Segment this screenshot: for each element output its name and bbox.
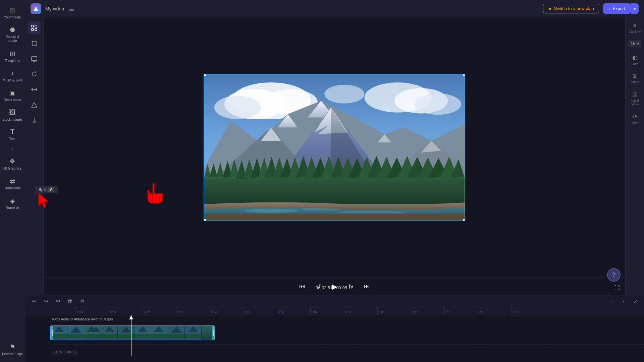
timeline-area: ↩ ↪ ✂ 🗑 ⧉ − + ⤢ Split S	[25, 295, 644, 362]
tool-panel	[25, 17, 44, 295]
export-dropdown-button[interactable]: ▾	[631, 3, 639, 14]
sidebar-item-graphics[interactable]: ❖ 88 Graphics	[0, 154, 25, 174]
handle-top-right[interactable]	[463, 74, 465, 76]
ruler-mark-8: 0:08	[344, 307, 377, 315]
svg-rect-87	[101, 338, 118, 340]
aspect-ratio-badge[interactable]: 16:9	[629, 40, 641, 47]
clip-thumb-6	[151, 325, 168, 340]
timeline-content: 0:00 0:01 0:02 0:03 0:04 0:05 0:06 0:07 …	[25, 307, 644, 362]
video-track-label: 60fps Aerial of Athabasca River in Jaspe…	[52, 317, 113, 321]
fade-tool[interactable]: ◐ Fade	[626, 51, 644, 68]
go-to-start-button[interactable]: ⏮	[297, 281, 308, 292]
ruler-mark-13: 0:13	[512, 307, 545, 315]
feature-flags-icon: ⚑	[9, 343, 15, 351]
filters-icon: ⧖	[633, 72, 637, 79]
sidebar-item-stock-images[interactable]: 🖼 Stock images	[0, 105, 25, 125]
go-to-end-button[interactable]: ⏭	[361, 281, 372, 292]
svg-rect-106	[185, 334, 202, 338]
help-button[interactable]: ?	[607, 268, 621, 282]
clip-thumb-5	[135, 325, 151, 340]
sidebar-item-stock-video[interactable]: ▣ Stock video	[0, 85, 25, 105]
sidebar-item-music-sfx[interactable]: ♪ Music & SFX	[0, 66, 25, 85]
ruler-mark-1: 0:01	[109, 307, 143, 315]
svg-rect-125	[77, 353, 78, 354]
svg-rect-109	[50, 353, 51, 354]
sidebar-item-your-media[interactable]: ▤ Your media	[0, 3, 25, 22]
fullscreen-button[interactable]: ⛶	[614, 285, 620, 291]
fit-tool-button[interactable]	[28, 21, 41, 34]
dashed-track-line	[50, 344, 644, 345]
crop-tool-button[interactable]	[28, 37, 41, 50]
redo-button[interactable]: ↪	[41, 297, 51, 306]
preview-area: ⏮ ↺ ▶ ↻ ⏭ 00:02.51 / 00:05.17 ⛶	[44, 17, 625, 295]
arrow-down-tool-button[interactable]	[28, 114, 41, 127]
copy-button[interactable]: ⧉	[77, 297, 87, 306]
switch-to-plan-button[interactable]: ★ Switch to a new plan	[543, 4, 599, 13]
sidebar-item-feature-flags[interactable]: ⚑ Feature Flags	[0, 340, 25, 359]
playback-controls: ⏮ ↺ ▶ ↻ ⏭ 00:02.51 / 00:05.17 ⛶	[44, 278, 625, 295]
export-button[interactable]: ↑ Export	[603, 3, 631, 14]
captions-tool[interactable]: ≡ Captions	[626, 20, 644, 36]
sidebar-item-brand-kit[interactable]: ◈ Brand kit	[0, 193, 25, 213]
collapse-right-button[interactable]: ‹	[632, 283, 638, 292]
svg-rect-86	[101, 334, 118, 338]
adjust-colors-tool[interactable]: ◎ Adjustcolors	[626, 88, 644, 109]
screen-tool-button[interactable]	[28, 52, 41, 65]
graphics-icon: ❖	[9, 157, 15, 165]
split-shortcut-badge: S	[48, 187, 54, 192]
clip-handle-left[interactable]	[51, 326, 53, 340]
timeline-tracks: 60fps Aerial of Athabasca River in Jaspe…	[25, 315, 644, 356]
speed-tool[interactable]: ⟳ Speed	[626, 110, 644, 127]
clip-thumb-4	[118, 325, 135, 340]
svg-rect-113	[57, 353, 58, 354]
upload-icon: ↑	[608, 6, 611, 11]
speed-icon: ⟳	[632, 113, 637, 120]
sidebar-item-transitions[interactable]: ⇄ Transitions	[0, 174, 25, 193]
ruler-mark-6: 0:06	[277, 307, 310, 315]
brand-kit-icon: ◈	[10, 197, 15, 205]
timeline-toolbar: ↩ ↪ ✂ 🗑 ⧉ − + ⤢	[25, 295, 644, 307]
svg-rect-82	[84, 334, 101, 338]
video-preview[interactable]	[204, 74, 465, 221]
zoom-out-button[interactable]: −	[606, 297, 616, 306]
undo-button[interactable]: ↩	[29, 297, 39, 306]
svg-rect-66	[204, 214, 465, 221]
clip-thumb-1	[67, 325, 84, 340]
clip-thumb-7	[168, 325, 185, 340]
svg-marker-10	[32, 103, 37, 107]
video-frame	[204, 74, 465, 221]
sidebar-collapse-btn[interactable]: ›	[0, 144, 25, 154]
svg-rect-122	[72, 353, 73, 354]
sidebar-item-record-create[interactable]: ⏺ Record &create	[0, 22, 25, 46]
handle-top-left[interactable]	[204, 74, 206, 76]
delete-button[interactable]: 🗑	[65, 297, 75, 306]
video-title: My video	[45, 6, 64, 11]
clip-thumb-8	[185, 325, 202, 340]
ruler-mark-7: 0:07	[310, 307, 344, 315]
zoom-in-button[interactable]: +	[619, 297, 628, 306]
zoom-fit-button[interactable]: ⤢	[631, 297, 640, 306]
time-display: 00:02.51 / 00:05.17	[316, 285, 353, 290]
svg-rect-117	[64, 352, 64, 355]
star-icon: ★	[548, 6, 552, 11]
scissors-button[interactable]: ✂	[53, 297, 63, 306]
triangle-tool-button[interactable]	[28, 99, 41, 111]
svg-rect-5	[35, 28, 37, 31]
flip-tool-button[interactable]	[28, 83, 41, 96]
transitions-icon: ⇄	[10, 177, 15, 185]
handle-bottom-left[interactable]	[204, 219, 206, 221]
text-icon: T	[10, 128, 14, 136]
sidebar-item-text[interactable]: T Text	[0, 125, 25, 144]
templates-icon: ⊞	[10, 50, 15, 58]
video-clip[interactable]	[50, 325, 215, 340]
filters-tool[interactable]: ⧖ Filters	[626, 70, 644, 86]
svg-rect-78	[67, 338, 84, 340]
svg-rect-120	[69, 352, 69, 355]
clip-handle-right[interactable]	[212, 326, 214, 340]
handle-bottom-right[interactable]	[463, 219, 465, 221]
sidebar-item-templates[interactable]: ⊞ Templates	[0, 46, 25, 66]
cursor-hand-icon	[146, 182, 164, 209]
right-panel: ≡ Captions 16:9 ◐ Fade ⧖ Filters ◎ Adjus…	[625, 17, 644, 295]
rotate-tool-button[interactable]	[28, 68, 41, 80]
ruler-ticks: 0:00 0:01 0:02 0:03 0:04 0:05 0:06 0:07 …	[75, 307, 545, 315]
